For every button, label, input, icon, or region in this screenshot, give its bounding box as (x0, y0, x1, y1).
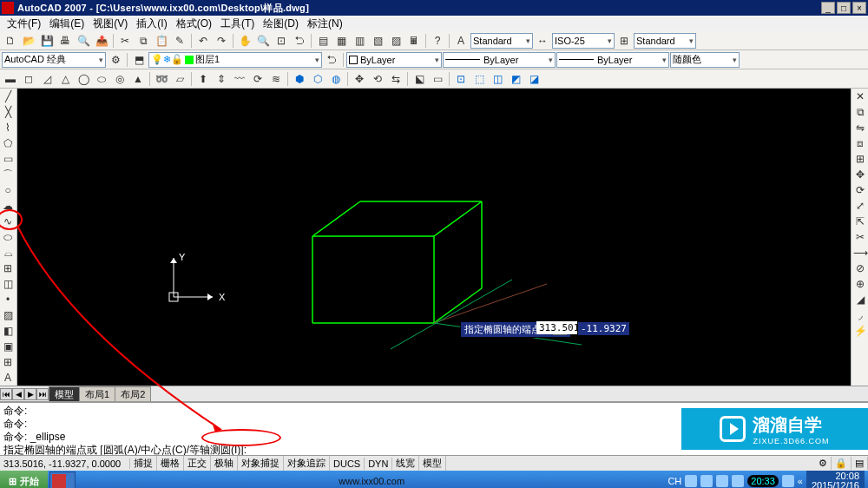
save-icon[interactable]: 💾 (38, 33, 56, 49)
properties-icon[interactable]: ▤ (314, 33, 332, 49)
tab-prev-icon[interactable]: ◀ (12, 388, 24, 400)
region-icon[interactable]: ▣ (0, 339, 16, 354)
status-ducs[interactable]: DUCS (330, 458, 365, 470)
sheet-icon[interactable]: ▧ (369, 33, 386, 49)
3drotate-icon[interactable]: ⟲ (369, 71, 386, 87)
plot-icon[interactable]: 🖶 (56, 33, 74, 49)
conceptual-icon[interactable]: ◪ (525, 71, 542, 87)
extend-icon[interactable]: ⟶ (852, 245, 868, 260)
status-ortho[interactable]: 正交 (184, 456, 211, 471)
tab-layout1[interactable]: 布局1 (79, 386, 115, 402)
text-style-icon[interactable]: A (452, 33, 470, 49)
tray-volume-icon[interactable] (716, 475, 728, 487)
start-button[interactable]: ⊞开始 (0, 471, 48, 488)
3dwire-icon[interactable]: ⬚ (470, 71, 488, 87)
match-icon[interactable]: ✎ (171, 33, 188, 49)
text-style-combo[interactable]: Standard▾ (470, 33, 533, 49)
menu-edit[interactable]: 编辑(E) (46, 16, 88, 32)
linetype-combo[interactable]: ByLayer▾ (443, 52, 556, 68)
offset-icon[interactable]: ⧈ (852, 135, 868, 151)
publish-icon[interactable]: 📤 (93, 33, 110, 49)
revolve-icon[interactable]: ⟳ (249, 71, 266, 87)
lineweight-combo[interactable]: ByLayer▾ (556, 52, 669, 68)
ws-settings-icon[interactable]: ⚙ (107, 52, 124, 68)
paste-icon[interactable]: 📋 (153, 33, 170, 49)
pline-icon[interactable]: ⌇ (0, 120, 16, 135)
3dalign-icon[interactable]: ⇆ (387, 71, 404, 87)
open-icon[interactable]: 📂 (20, 33, 37, 49)
helix-icon[interactable]: ➿ (153, 71, 170, 87)
redo-icon[interactable]: ↷ (213, 33, 230, 49)
sweep-icon[interactable]: 〰 (231, 71, 248, 87)
erase-icon[interactable]: ✕ (852, 89, 868, 104)
join-icon[interactable]: ⊕ (852, 276, 868, 292)
menu-view[interactable]: 视图(V) (89, 16, 131, 32)
calc-icon[interactable]: 🖩 (405, 33, 423, 49)
hidden-icon[interactable]: ◫ (489, 71, 506, 87)
presspull-icon[interactable]: ⇕ (213, 71, 230, 87)
stretch-icon[interactable]: ⇱ (852, 214, 868, 229)
gradient-icon[interactable]: ◧ (0, 323, 16, 339)
union-icon[interactable]: ⬢ (291, 71, 308, 87)
insert-block-icon[interactable]: ⊞ (0, 260, 16, 276)
undo-icon[interactable]: ↶ (194, 33, 212, 49)
menu-dimension[interactable]: 标注(N) (304, 16, 346, 32)
clock[interactable]: 20:08 2015/12/16 (806, 471, 865, 488)
layer-prev-icon[interactable]: ⮌ (323, 52, 340, 68)
status-tray-icon[interactable]: ⚙ (815, 457, 832, 470)
tab-layout2[interactable]: 布局2 (115, 386, 151, 402)
circle-icon[interactable]: ○ (0, 182, 16, 198)
flatshot-icon[interactable]: ▭ (429, 71, 446, 87)
box-icon[interactable]: ◻ (20, 71, 37, 87)
menu-format[interactable]: 格式(O) (173, 16, 215, 32)
menu-file[interactable]: 文件(F) (3, 16, 44, 32)
make-block-icon[interactable]: ◫ (0, 276, 16, 292)
copy-icon[interactable]: ⧉ (135, 33, 152, 49)
tab-next-icon[interactable]: ▶ (24, 388, 36, 400)
layer-props-icon[interactable]: ⬒ (130, 52, 148, 68)
dcenter-icon[interactable]: ▦ (332, 33, 350, 49)
drawing-canvas[interactable]: X Y (17, 89, 851, 386)
trim-icon[interactable]: ✂ (852, 229, 868, 245)
tab-last-icon[interactable]: ⏭ (36, 388, 49, 400)
scale-icon[interactable]: ⤢ (852, 198, 868, 214)
point-icon[interactable]: • (0, 292, 16, 307)
new-icon[interactable]: 🗋 (2, 33, 19, 49)
planar-icon[interactable]: ▱ (171, 71, 188, 87)
sphere-icon[interactable]: ◯ (75, 71, 92, 87)
taskbar-app[interactable] (49, 472, 76, 488)
line-icon[interactable]: ╱ (0, 89, 16, 104)
subtract-icon[interactable]: ⬡ (309, 71, 326, 87)
tray-icon[interactable] (685, 475, 697, 487)
intersect-icon[interactable]: ◍ (327, 71, 345, 87)
status-dyn[interactable]: DYN (365, 458, 392, 470)
tab-model[interactable]: 模型 (49, 386, 80, 402)
maximize-button[interactable]: □ (837, 2, 851, 14)
dim-style-combo[interactable]: ISO-25▾ (552, 33, 615, 49)
cylinder-icon[interactable]: ⬭ (93, 71, 110, 87)
close-button[interactable]: × (852, 2, 866, 14)
mtext-icon[interactable]: A (0, 370, 16, 386)
status-polar[interactable]: 极轴 (211, 456, 238, 471)
status-lwt[interactable]: 线宽 (392, 456, 419, 471)
status-osnap[interactable]: 对象捕捉 (238, 456, 284, 471)
2dwire-icon[interactable]: ⊡ (452, 71, 470, 87)
polysolid-icon[interactable]: ▬ (2, 71, 19, 87)
loft-icon[interactable]: ≋ (267, 71, 285, 87)
zoom-prev-icon[interactable]: ⮌ (291, 33, 308, 49)
status-model[interactable]: 模型 (419, 456, 446, 471)
move-icon[interactable]: ✥ (852, 167, 868, 182)
table-icon[interactable]: ⊞ (0, 354, 16, 370)
realistic-icon[interactable]: ◩ (507, 71, 524, 87)
workspace-combo[interactable]: AutoCAD 经典▾ (2, 52, 106, 68)
tray-icon[interactable] (700, 475, 713, 487)
status-lock-icon[interactable]: 🔒 (832, 457, 852, 470)
extrude-icon[interactable]: ⬆ (194, 71, 212, 87)
plotstyle-combo[interactable]: 随颜色▾ (670, 52, 740, 68)
ime-indicator[interactable]: CH (667, 476, 681, 486)
pan-icon[interactable]: ✋ (236, 33, 253, 49)
color-combo[interactable]: ByLayer▾ (346, 52, 442, 68)
tray-network-icon[interactable] (732, 475, 744, 487)
torus-icon[interactable]: ◎ (111, 71, 128, 87)
tray-time-pill[interactable]: 20:33 (747, 475, 779, 487)
